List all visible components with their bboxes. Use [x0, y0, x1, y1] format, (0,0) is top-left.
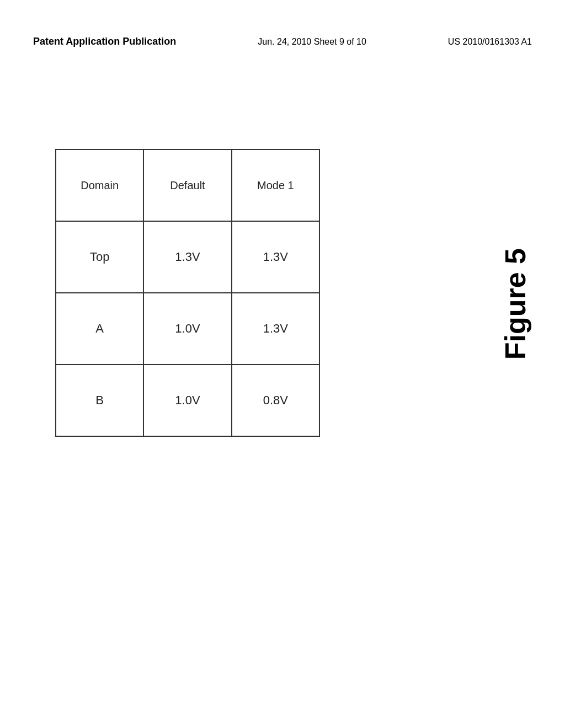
table-row: B 1.0V 0.8V	[56, 365, 319, 436]
publication-title: Patent Application Publication	[33, 35, 176, 49]
table-row: A 1.0V 1.3V	[56, 293, 319, 365]
publication-date-sheet: Jun. 24, 2010 Sheet 9 of 10	[258, 37, 366, 47]
publication-number: US 2010/0161303 A1	[448, 37, 532, 47]
cell-mode1-0: 1.3V	[232, 221, 319, 293]
cell-domain-2: B	[56, 365, 143, 436]
cell-default-0: 1.3V	[143, 221, 231, 293]
cell-domain-0: Top	[56, 221, 143, 293]
table-header-row: Domain Default Mode 1	[56, 149, 319, 221]
page-header: Patent Application Publication Jun. 24, …	[0, 35, 565, 49]
col-header-domain: Domain	[56, 149, 143, 221]
col-header-mode1: Mode 1	[232, 149, 319, 221]
cell-default-1: 1.0V	[143, 293, 231, 365]
cell-default-2: 1.0V	[143, 365, 231, 436]
col-header-default: Default	[143, 149, 231, 221]
figure-label: Figure 5	[499, 248, 532, 360]
data-table: Domain Default Mode 1 Top 1.3V 1.3V A 1.…	[55, 149, 320, 437]
table-row: Top 1.3V 1.3V	[56, 221, 319, 293]
cell-mode1-1: 1.3V	[232, 293, 319, 365]
cell-domain-1: A	[56, 293, 143, 365]
cell-mode1-2: 0.8V	[232, 365, 319, 436]
